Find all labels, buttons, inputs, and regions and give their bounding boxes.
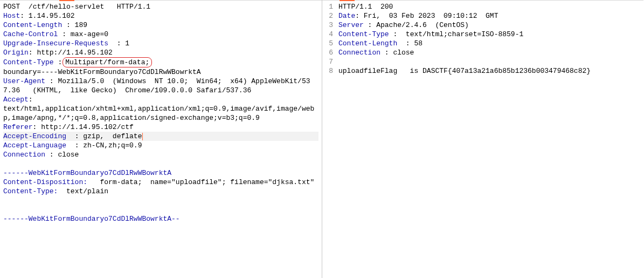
header-accept-language: Accept-Language : zh-CN,zh;q=0.9 [3,141,318,150]
line-gutter: 1 2 3 4 5 6 7 8 [322,2,336,76]
header-user-agent: User-Agent : Mozilla/5.0 (Windows NT 10.… [3,77,318,95]
gutter-ln: 4 [322,30,336,39]
header-date: Date: Fri, 03 Feb 2023 09:10:12 GMT [338,11,640,21]
part-content-disposition: Content-Disposition: form-data; name="up… [3,178,318,187]
header-content-length: Content-Length : 189 [3,21,318,30]
gutter-ln: 3 [322,21,336,30]
gutter-ln: 8 [322,66,336,76]
blank-line [3,196,318,205]
pane-border-top [0,0,322,1]
gutter-ln: 2 [322,11,336,21]
multipart-boundary-open: ------WebKitFormBoundaryo7CdDlRwWBowrktA [3,168,318,178]
header-content-type: Content-Type :Multipart/form-data; [3,57,318,67]
gutter-ln: 5 [322,39,336,48]
response-editor[interactable]: HTTP/1.1 200 Date: Fri, 03 Feb 2023 09:1… [322,0,643,78]
header-connection: Connection : close [338,48,640,57]
pane-border-top [322,0,643,1]
header-referer: Referer: http://1.14.95.102/ctf [3,123,318,132]
request-line: POST /ctf/hello-servlet HTTP/1.1 [3,2,318,11]
blank-line [3,205,318,214]
split-view: POST /ctf/hello-servlet HTTP/1.1 Host: 1… [0,0,644,278]
request-editor[interactable]: POST /ctf/hello-servlet HTTP/1.1 Host: 1… [0,0,322,226]
header-origin: Origin: http://1.14.95.102 [3,48,318,57]
header-connection: Connection : close [3,150,318,159]
request-accent [59,0,74,1]
header-accept-encoding[interactable]: Accept-Encoding : gzip, deflate [3,132,318,141]
blank-line [338,57,640,66]
header-accept: Accept: [3,95,318,104]
header-upgrade: Upgrade-Insecure-Requests : 1 [3,39,318,48]
response-accent [340,0,355,1]
header-accept-value: text/html,application/xhtml+xml,applicat… [3,104,318,123]
status-line: HTTP/1.1 200 [338,2,640,11]
gutter-ln: 6 [322,48,336,57]
header-host: Host: 1.14.95.102 [3,11,318,21]
header-content-length: Content-Length : 58 [338,39,640,48]
multipart-boundary-close: ------WebKitFormBoundaryo7CdDlRwWBowrktA… [3,214,318,223]
circled-content-type: Multipart/form-data; [63,57,152,67]
request-pane[interactable]: POST /ctf/hello-servlet HTTP/1.1 Host: 1… [0,0,322,278]
response-body: uploadfileFlag is DASCTF{407a13a21a6b85b… [338,66,640,76]
header-cache-control: Cache-Control : max-age=0 [3,30,318,39]
response-pane[interactable]: 1 2 3 4 5 6 7 8 HTTP/1.1 200 Date: Fri, … [322,0,643,278]
text-cursor [142,133,143,140]
gutter-ln: 1 [322,2,336,11]
boundary-line: boundary=----WebKitFormBoundaryo7CdDlRwW… [3,67,318,77]
blank-line [3,159,318,168]
part-content-type: Content-Type: text/plain [3,187,318,196]
gutter-ln: 7 [322,57,336,66]
header-content-type: Content-Type : text/html;charset=ISO-885… [338,30,640,39]
header-server: Server : Apache/2.4.6 (CentOS) [338,21,640,30]
